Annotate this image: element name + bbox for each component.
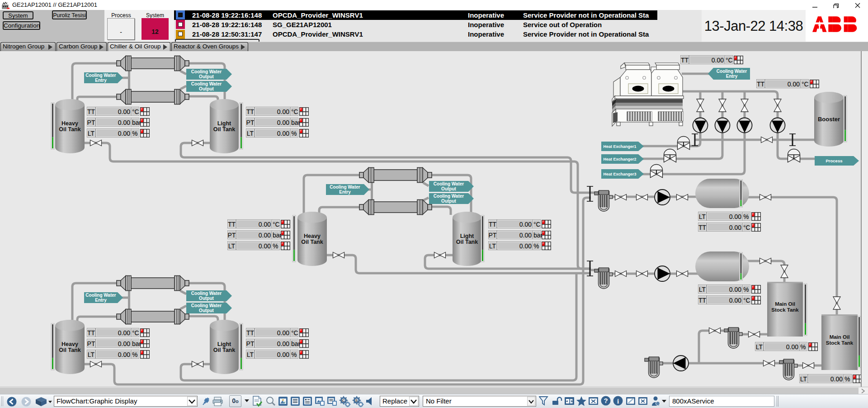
svg-text:C: C <box>342 399 345 403</box>
svg-text:Main OilStock Tank: Main OilStock Tank <box>771 301 799 313</box>
svg-text:S: S <box>355 399 358 403</box>
svg-text:Main OilStock Tank: Main OilStock Tank <box>826 334 854 346</box>
svg-text:Booster: Booster <box>818 116 840 123</box>
svg-text:?: ? <box>604 397 608 404</box>
svg-text:Heat Exchanger1: Heat Exchanger1 <box>603 144 636 149</box>
svg-text:HeavyOil Tank: HeavyOil Tank <box>59 120 80 133</box>
svg-text:Process: Process <box>826 158 843 163</box>
svg-text:Heat Exchanger2: Heat Exchanger2 <box>603 157 636 161</box>
svg-text:HeavyOil Tank: HeavyOil Tank <box>59 341 80 353</box>
svg-text:Heat Exchanger3: Heat Exchanger3 <box>603 172 636 176</box>
svg-text:HeavyOil Tank: HeavyOil Tank <box>301 233 323 245</box>
svg-text:i: i <box>617 398 619 405</box>
